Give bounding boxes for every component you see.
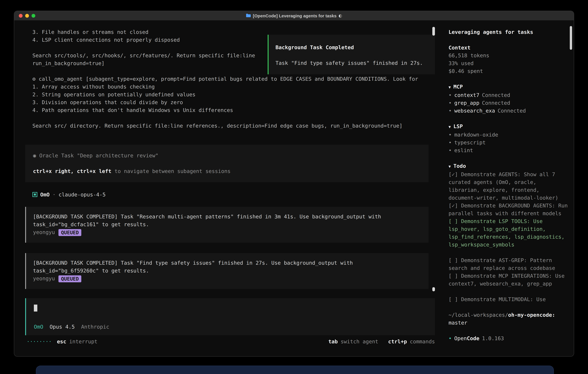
todo-section-header[interactable]: ▼Todo xyxy=(449,162,569,170)
terminal-line: 1. Array access without bounds checking xyxy=(32,83,437,91)
terminal-line: 3. Division operations that could divide… xyxy=(32,98,437,106)
app-version-number: 1.0.163 xyxy=(482,335,504,341)
cursor-row xyxy=(34,305,428,313)
hint-text: to navigate between subagent sessions xyxy=(111,168,231,174)
bullet-icon: • xyxy=(449,92,452,98)
context-section: Context 66,518 tokens 33% used $0.46 spe… xyxy=(449,44,569,75)
main-scrollbar-thumb[interactable] xyxy=(432,27,435,36)
status-bar: ········escinterrupttabswitch agentctrl+… xyxy=(27,338,435,345)
lsp-section-header[interactable]: ▼LSP xyxy=(449,122,569,131)
lsp-heading: LSP xyxy=(453,122,463,130)
main-scrollbar-mark[interactable] xyxy=(432,287,435,291)
lsp-name: typescript xyxy=(454,139,486,145)
window-title: [OpenCode] Leveraging agents for tasks ◐ xyxy=(246,12,342,20)
context-heading: Context xyxy=(449,44,569,52)
todo-heading: Todo xyxy=(453,162,466,170)
mcp-name: websearch_exa xyxy=(454,108,495,114)
fisheye-icon: ◉ xyxy=(33,152,36,158)
task-line: task_id="bg_6f59260c" to get results. xyxy=(33,267,422,274)
tool-call-text: call_omo_agent [subagent_type=explore, p… xyxy=(39,76,418,82)
window-controls xyxy=(19,11,35,20)
ctrlp-label: commands xyxy=(410,338,435,344)
app-version: •OpenCode1.0.163 xyxy=(449,334,569,342)
tab-hint: tabswitch agent xyxy=(328,338,378,345)
zoom-button[interactable] xyxy=(32,14,35,18)
spinner-dots: ········ xyxy=(27,338,52,345)
app-name-suffix: Code xyxy=(467,335,479,341)
todo-item: [ ] Demonstrate MULTIMODAL: Use xyxy=(449,295,569,303)
esc-key: esc xyxy=(57,338,66,345)
ctrlp-key: ctrl+p xyxy=(388,338,407,344)
mcp-section-header[interactable]: ▼MCP xyxy=(449,83,569,91)
model-name: Opus 4.5 xyxy=(50,324,75,330)
task-meta: yeongyuQUEUED xyxy=(33,228,422,236)
lsp-name: markdown-oxide xyxy=(454,132,498,138)
chevron-down-icon: ▼ xyxy=(449,83,451,91)
task-meta: yeongyuQUEUED xyxy=(33,274,422,282)
context-spent: $0.46 spent xyxy=(449,67,569,75)
esc-label: interrupt xyxy=(69,338,97,345)
toast-body: Task "Find type safety issues" finished … xyxy=(275,59,430,67)
chat-pane: 3. File handles or streams not closed 4.… xyxy=(14,20,437,356)
agent-square-icon xyxy=(32,192,37,197)
toast-title: Background Task Completed xyxy=(275,43,430,51)
task-card: [BACKGROUND TASK COMPLETED] Task "Resear… xyxy=(25,207,429,243)
mcp-section: ▼MCP •context7Connected •grep_appConnect… xyxy=(449,83,569,114)
text-cursor xyxy=(34,305,37,312)
context-tokens: 66,518 tokens xyxy=(449,52,569,59)
chevron-down-icon: ▼ xyxy=(449,163,451,170)
close-button[interactable] xyxy=(19,14,22,18)
mcp-status: Connected xyxy=(482,100,510,106)
bullet-icon: • xyxy=(449,335,452,341)
context-used: 33% used xyxy=(449,59,569,67)
bullet-icon: • xyxy=(449,132,452,138)
mcp-name: grep_app xyxy=(454,100,479,106)
window-title-text: [OpenCode] Leveraging agents for tasks xyxy=(253,12,336,20)
titlebar[interactable]: [OpenCode] Leveraging agents for tasks ◐ xyxy=(14,11,574,21)
provider-name: Anthropic xyxy=(81,324,109,330)
agent-name: OmO xyxy=(34,324,43,330)
agent-name: OmO xyxy=(40,191,50,198)
queued-badge: QUEUED xyxy=(58,275,82,282)
mcp-status: Connected xyxy=(482,92,510,98)
desktop-background: [OpenCode] Leveraging agents for tasks ◐… xyxy=(0,0,588,374)
oracle-title-text: Oracle Task "Deep architecture review" xyxy=(39,152,158,158)
task-line: [BACKGROUND TASK COMPLETED] Task "Resear… xyxy=(33,213,422,220)
progress-icon: ◐ xyxy=(338,12,342,20)
mcp-item: •context7Connected xyxy=(449,91,569,99)
terminal-line: 2. String operations on potentially unde… xyxy=(32,91,437,98)
terminal-line: 4. Path operations that don't handle Win… xyxy=(32,106,437,114)
bullet-icon: • xyxy=(449,139,452,145)
task-user: yeongyu xyxy=(33,275,55,281)
mcp-heading: MCP xyxy=(453,83,463,91)
bullet-icon: • xyxy=(449,108,452,114)
minimize-button[interactable] xyxy=(25,14,29,18)
commands-hint: ctrl+pcommands xyxy=(388,338,435,345)
prompt-input[interactable]: OmOOpus 4.5Anthropic xyxy=(25,298,435,335)
todo-item: [✓] Demonstrate BACKGROUND AGENTS: Run p… xyxy=(449,202,569,217)
separator-dot: · xyxy=(52,191,56,198)
todo-item: [ ] Demonstrate MCP INTEGRATIONS: Use co… xyxy=(449,272,569,288)
bullet-icon: • xyxy=(449,100,452,106)
lsp-item: •markdown-oxide xyxy=(449,131,569,139)
task-user: yeongyu xyxy=(33,229,55,235)
sidebar-scrollbar-thumb[interactable] xyxy=(570,26,572,50)
todo-item: [ ] Demonstrate AST-GREP: Pattern search… xyxy=(449,256,569,272)
notification-toast: Background Task Completed Task "Find typ… xyxy=(268,35,435,74)
mcp-item: •grep_appConnected xyxy=(449,99,569,107)
subagent-nav-hint: ctrl+x right, ctrl+x left to navigate be… xyxy=(33,167,422,175)
folder-icon xyxy=(246,12,251,20)
todo-item: [✓] Demonstrate AGENTS: Show all 7 curat… xyxy=(449,170,569,202)
gear-icon: ⚙ xyxy=(32,76,36,82)
mcp-name: context7 xyxy=(454,92,479,98)
todo-item: [ ] Demonstrate LSP TOOLS: Use lsp_hover… xyxy=(449,217,569,249)
model-name: claude-opus-4-5 xyxy=(59,191,106,198)
workspace-path: ~/local-workspaces/oh-my-opencode: maste… xyxy=(449,311,569,327)
app-name-prefix: Open xyxy=(454,335,467,341)
task-card: [BACKGROUND TASK COMPLETED] Task "Find t… xyxy=(25,253,429,289)
lsp-item: •typescript xyxy=(449,139,569,146)
sidebar: Leveraging agents for tasks Context 66,5… xyxy=(437,20,574,356)
mcp-status: Connected xyxy=(498,108,526,114)
oracle-task-panel: ◉ Oracle Task "Deep architecture review"… xyxy=(25,145,429,182)
terminal-window: [OpenCode] Leveraging agents for tasks ◐… xyxy=(14,11,574,357)
